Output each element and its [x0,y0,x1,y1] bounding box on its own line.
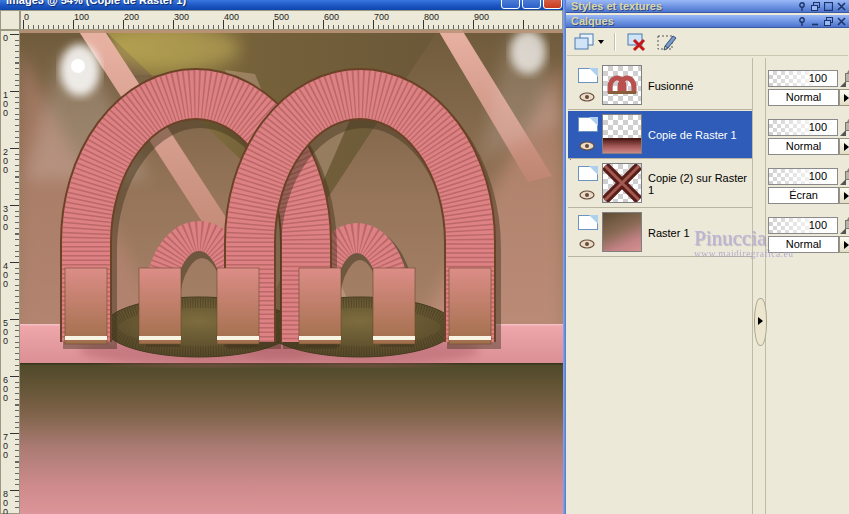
chevron-down-icon [598,39,605,45]
maximize-icon[interactable] [824,2,833,11]
blend-mode-select[interactable]: Normal [768,89,839,106]
vruler-label: 0 [3,34,10,43]
vruler-label: 500 [3,319,10,346]
layer-row-copie-de-raster-1[interactable]: Copie de Raster 1 [568,111,752,159]
hruler-label: 600 [324,12,339,22]
hruler-label: 100 [74,12,89,22]
hruler-label: 400 [224,12,239,22]
vruler-label: 400 [3,262,10,289]
styles-panel-title: Styles et textures [571,0,662,13]
layer-name: Fusionné [648,62,693,110]
layer-thumbnail [602,163,642,203]
window-buttons [501,0,562,9]
canvas-art [20,30,563,514]
new-layer-button[interactable] [573,32,606,52]
maximize-button[interactable] [522,0,541,9]
vruler-label: 800 [3,490,10,514]
visibility-eye-icon[interactable] [579,239,595,251]
ruler-corner [0,10,20,30]
hruler-label: 300 [174,12,189,22]
layer-row-copie-2-sur-raster-1[interactable]: Copie (2) sur Raster 1 [568,160,752,208]
blend-mode-arrow[interactable] [839,89,849,106]
layers-panel-titlebar[interactable]: Calques [566,15,849,28]
app-window: Image3 @ 54% (Copie de Raster 1) 0 100 2… [0,0,849,514]
splitter-collapse-handle[interactable] [754,298,767,346]
edit-selection-button[interactable] [656,32,680,53]
layer-thumbnail [602,65,642,105]
restore-icon[interactable] [824,17,833,26]
minimize-button[interactable] [501,0,520,9]
blend-mode-arrow[interactable] [839,236,849,253]
close-button[interactable] [543,0,562,9]
layer-thumbnail [602,212,642,252]
layers-panel-title: Calques [571,15,614,28]
layer-row-fusionne[interactable]: Fusionné [568,62,752,110]
visibility-eye-icon[interactable] [579,141,595,153]
vruler-label: 700 [3,433,10,460]
blend-mode-select[interactable]: Écran [768,187,839,204]
blend-mode-arrow[interactable] [839,187,849,204]
lock-icon[interactable] [845,69,849,82]
delete-layer-button[interactable] [624,32,648,53]
hruler-label: 500 [274,12,289,22]
layer-thumbnail [602,114,642,154]
opacity-field[interactable]: 100 [768,119,838,136]
layer-type-icon [578,215,598,230]
vruler-label: 300 [3,205,10,232]
layer-name: Copie (2) sur Raster 1 [648,160,752,208]
opacity-field[interactable]: 100 [768,168,838,185]
layer-type-icon [578,117,598,132]
layer-name: Copie de Raster 1 [648,111,737,159]
restore-icon[interactable] [811,2,820,11]
new-layer-icon [574,33,596,51]
panel-splitter[interactable] [752,58,766,514]
styles-panel-titlebar[interactable]: Styles et textures [566,0,849,13]
side-panels: Styles et textures Calques [566,0,849,514]
image-canvas[interactable] [20,30,563,514]
opacity-field[interactable]: 100 [768,217,838,234]
delete-layer-icon [625,33,647,52]
layers-toolbar [567,29,848,56]
lock-icon[interactable] [845,118,849,131]
lock-icon[interactable] [845,167,849,180]
close-icon[interactable] [837,2,846,11]
layer-name: Raster 1 [648,209,690,257]
pin-icon[interactable] [798,2,807,11]
layer-type-icon [578,68,598,83]
hruler-label: 900 [474,12,489,22]
pin-icon[interactable] [798,17,807,26]
image-window-titlebar[interactable]: Image3 @ 54% (Copie de Raster 1) [0,0,566,10]
image-window-title: Image3 @ 54% (Copie de Raster 1) [6,0,186,6]
minimize-icon[interactable] [811,17,820,26]
vruler-label: 600 [3,376,10,403]
layer-row-raster-1[interactable]: Raster 1 [568,209,752,257]
layer-type-icon [578,166,598,181]
close-icon[interactable] [837,17,846,26]
vruler-label: 100 [3,91,10,118]
visibility-eye-icon[interactable] [579,190,595,202]
blend-mode-select[interactable]: Normal [768,236,839,253]
hruler-label: 0 [24,12,29,22]
edit-selection-icon [657,33,679,52]
horizontal-ruler: 0 100 200 300 400 500 600 700 800 900 [20,10,563,30]
lock-icon[interactable] [845,216,849,229]
vruler-label: 200 [3,148,10,175]
blend-mode-select[interactable]: Normal [768,138,839,155]
vertical-ruler: 0 100 200 300 400 500 600 700 800 [0,30,20,514]
hruler-label: 200 [124,12,139,22]
visibility-eye-icon[interactable] [579,92,595,104]
toolbar-separator [614,33,616,51]
blend-mode-arrow[interactable] [839,138,849,155]
hruler-label: 700 [374,12,389,22]
opacity-field[interactable]: 100 [768,70,838,87]
hruler-label: 800 [424,12,439,22]
